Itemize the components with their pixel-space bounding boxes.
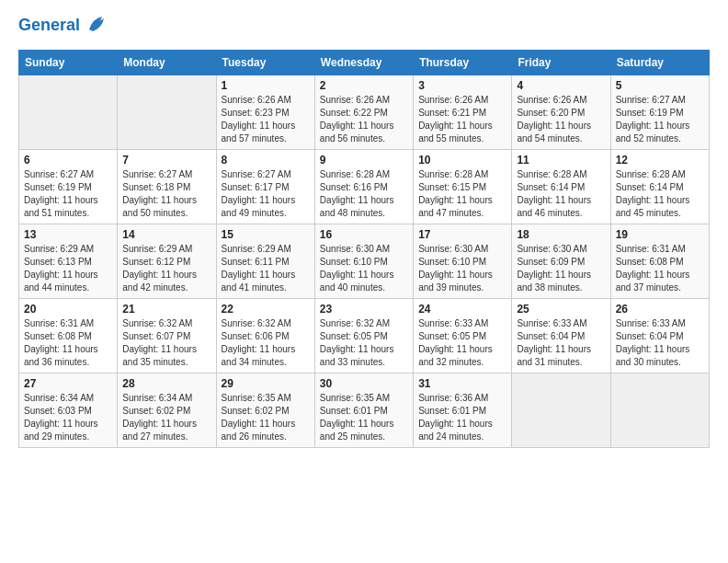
day-cell: 31 Sunrise: 6:36 AM Sunset: 6:01 PM Dayl… [414,373,512,448]
day-cell: 17 Sunrise: 6:30 AM Sunset: 6:10 PM Dayl… [414,224,512,299]
day-number: 20 [24,303,112,316]
day-number: 8 [222,154,310,167]
day-cell: 26 Sunrise: 6:33 AM Sunset: 6:04 PM Dayl… [610,299,709,373]
header: General [18,15,710,37]
column-header-saturday: Saturday [610,51,709,75]
day-info: Sunrise: 6:34 AM Sunset: 6:02 PM Dayligh… [122,393,197,442]
day-info: Sunrise: 6:30 AM Sunset: 6:10 PM Dayligh… [418,244,493,293]
day-info: Sunrise: 6:27 AM Sunset: 6:17 PM Dayligh… [222,169,296,218]
day-number: 15 [222,228,310,241]
day-cell: 18 Sunrise: 6:30 AM Sunset: 6:09 PM Dayl… [512,224,610,299]
day-info: Sunrise: 6:33 AM Sunset: 6:04 PM Dayligh… [517,318,591,367]
day-number: 26 [616,303,704,316]
day-info: Sunrise: 6:28 AM Sunset: 6:14 PM Dayligh… [616,169,690,218]
day-cell [610,373,709,448]
day-info: Sunrise: 6:31 AM Sunset: 6:08 PM Dayligh… [616,244,690,293]
day-number: 30 [320,377,408,390]
logo: General [18,15,109,37]
day-info: Sunrise: 6:27 AM Sunset: 6:19 PM Dayligh… [616,95,690,144]
day-number: 17 [418,228,506,241]
day-number: 31 [418,377,506,390]
day-info: Sunrise: 6:28 AM Sunset: 6:15 PM Dayligh… [418,169,493,218]
day-cell: 30 Sunrise: 6:35 AM Sunset: 6:01 PM Dayl… [314,373,413,448]
day-number: 16 [320,228,408,241]
day-cell: 10 Sunrise: 6:28 AM Sunset: 6:15 PM Dayl… [414,150,512,224]
day-number: 9 [320,154,408,167]
day-cell: 16 Sunrise: 6:30 AM Sunset: 6:10 PM Dayl… [314,224,413,299]
day-info: Sunrise: 6:26 AM Sunset: 6:21 PM Dayligh… [418,95,493,144]
day-cell: 3 Sunrise: 6:26 AM Sunset: 6:21 PM Dayli… [414,75,512,150]
day-cell: 2 Sunrise: 6:26 AM Sunset: 6:22 PM Dayli… [314,75,413,150]
day-cell: 12 Sunrise: 6:28 AM Sunset: 6:14 PM Dayl… [610,150,709,224]
day-number: 10 [418,154,506,167]
day-number: 25 [517,303,605,316]
day-cell: 24 Sunrise: 6:33 AM Sunset: 6:05 PM Dayl… [414,299,512,373]
day-cell: 15 Sunrise: 6:29 AM Sunset: 6:11 PM Dayl… [216,224,314,299]
day-cell: 6 Sunrise: 6:27 AM Sunset: 6:19 PM Dayli… [19,150,118,224]
day-number: 14 [122,228,210,241]
day-number: 2 [320,79,408,92]
day-info: Sunrise: 6:28 AM Sunset: 6:14 PM Dayligh… [517,169,591,218]
column-header-sunday: Sunday [19,51,118,75]
day-cell [118,75,216,150]
day-cell: 20 Sunrise: 6:31 AM Sunset: 6:08 PM Dayl… [19,299,118,373]
logo-text: General [18,16,80,36]
column-header-thursday: Thursday [414,51,512,75]
column-header-wednesday: Wednesday [314,51,413,75]
day-number: 13 [24,228,112,241]
day-cell: 4 Sunrise: 6:26 AM Sunset: 6:20 PM Dayli… [512,75,610,150]
day-cell: 27 Sunrise: 6:34 AM Sunset: 6:03 PM Dayl… [19,373,118,448]
day-cell: 14 Sunrise: 6:29 AM Sunset: 6:12 PM Dayl… [118,224,216,299]
day-info: Sunrise: 6:28 AM Sunset: 6:16 PM Dayligh… [320,169,394,218]
day-number: 11 [517,154,605,167]
day-number: 5 [616,79,704,92]
day-number: 6 [24,154,112,167]
day-info: Sunrise: 6:30 AM Sunset: 6:10 PM Dayligh… [320,244,394,293]
week-row-4: 20 Sunrise: 6:31 AM Sunset: 6:08 PM Dayl… [19,299,710,373]
day-info: Sunrise: 6:29 AM Sunset: 6:12 PM Dayligh… [122,244,197,293]
day-info: Sunrise: 6:30 AM Sunset: 6:09 PM Dayligh… [517,244,591,293]
day-number: 29 [222,377,310,390]
day-cell: 22 Sunrise: 6:32 AM Sunset: 6:06 PM Dayl… [216,299,314,373]
day-info: Sunrise: 6:31 AM Sunset: 6:08 PM Dayligh… [24,318,98,367]
day-cell: 11 Sunrise: 6:28 AM Sunset: 6:14 PM Dayl… [512,150,610,224]
day-number: 28 [122,377,210,390]
week-row-5: 27 Sunrise: 6:34 AM Sunset: 6:03 PM Dayl… [19,373,710,448]
day-info: Sunrise: 6:29 AM Sunset: 6:11 PM Dayligh… [222,244,296,293]
day-info: Sunrise: 6:35 AM Sunset: 6:02 PM Dayligh… [222,393,296,442]
day-info: Sunrise: 6:32 AM Sunset: 6:06 PM Dayligh… [222,318,296,367]
main-container: General SundayMondayTuesdayWednesdayThur… [0,0,728,466]
day-cell: 9 Sunrise: 6:28 AM Sunset: 6:16 PM Dayli… [314,150,413,224]
day-cell [512,373,610,448]
day-info: Sunrise: 6:32 AM Sunset: 6:07 PM Dayligh… [122,318,197,367]
day-info: Sunrise: 6:34 AM Sunset: 6:03 PM Dayligh… [24,393,98,442]
week-row-1: 1 Sunrise: 6:26 AM Sunset: 6:23 PM Dayli… [19,75,710,150]
day-info: Sunrise: 6:27 AM Sunset: 6:18 PM Dayligh… [122,169,197,218]
day-cell: 5 Sunrise: 6:27 AM Sunset: 6:19 PM Dayli… [610,75,709,150]
day-number: 19 [616,228,704,241]
day-cell: 7 Sunrise: 6:27 AM Sunset: 6:18 PM Dayli… [118,150,216,224]
day-cell: 1 Sunrise: 6:26 AM Sunset: 6:23 PM Dayli… [216,75,314,150]
day-cell: 23 Sunrise: 6:32 AM Sunset: 6:05 PM Dayl… [314,299,413,373]
day-cell: 13 Sunrise: 6:29 AM Sunset: 6:13 PM Dayl… [19,224,118,299]
day-cell: 29 Sunrise: 6:35 AM Sunset: 6:02 PM Dayl… [216,373,314,448]
day-info: Sunrise: 6:33 AM Sunset: 6:04 PM Dayligh… [616,318,690,367]
calendar-table: SundayMondayTuesdayWednesdayThursdayFrid… [18,50,710,448]
day-number: 23 [320,303,408,316]
day-cell: 25 Sunrise: 6:33 AM Sunset: 6:04 PM Dayl… [512,299,610,373]
day-number: 24 [418,303,506,316]
day-number: 3 [418,79,506,92]
day-number: 22 [222,303,310,316]
day-number: 4 [517,79,605,92]
day-info: Sunrise: 6:36 AM Sunset: 6:01 PM Dayligh… [418,393,493,442]
day-number: 12 [616,154,704,167]
column-header-monday: Monday [118,51,216,75]
day-cell: 19 Sunrise: 6:31 AM Sunset: 6:08 PM Dayl… [610,224,709,299]
day-info: Sunrise: 6:26 AM Sunset: 6:23 PM Dayligh… [222,95,296,144]
day-cell: 21 Sunrise: 6:32 AM Sunset: 6:07 PM Dayl… [118,299,216,373]
day-info: Sunrise: 6:26 AM Sunset: 6:22 PM Dayligh… [320,95,394,144]
day-number: 1 [222,79,310,92]
logo-bird-icon [84,11,109,37]
day-cell [19,75,118,150]
day-info: Sunrise: 6:35 AM Sunset: 6:01 PM Dayligh… [320,393,394,442]
